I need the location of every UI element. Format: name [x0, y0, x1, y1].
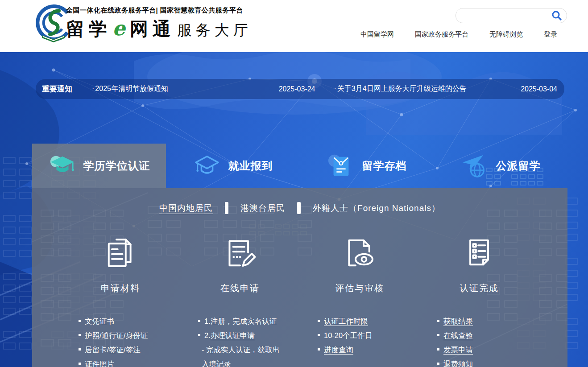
notice-link-qingming[interactable]: ·2025年清明节放假通知 — [92, 84, 168, 94]
search-icon[interactable] — [551, 10, 562, 21]
bullet-square — [437, 334, 439, 336]
tab-study-abroad-archive[interactable]: 留学存档 — [300, 144, 434, 188]
apply-verification-link[interactable]: 办理认证申请 — [211, 331, 255, 339]
subtab-mainland-residents[interactable]: 中国内地居民 — [159, 202, 213, 214]
brand-block: 全国一体化在线政务服务平台| 国家智慧教育公共服务平台 留学e网通服务大厅 — [66, 6, 252, 41]
site-title: 留学e网通服务大厅 — [66, 16, 252, 41]
list-item-prefix: 2. — [204, 331, 211, 339]
documents-icon — [104, 236, 137, 270]
resident-subtab-bar: 中国内地居民 港澳台居民 外籍人士（Foreign Nationals） — [32, 202, 567, 214]
process-steps-row: 申请材料 文凭证书 护照/通行证/身份证 居留卡/签证/签注 证件照片 — [32, 235, 567, 367]
graduation-cap-outline-icon — [193, 153, 221, 179]
nav-link-gov-service-platform[interactable]: 国家政务服务平台 — [415, 30, 468, 39]
step-verification-complete: 认证完成 获取结果 在线查验 发票申请 退费须知 — [419, 235, 539, 367]
bullet-square — [318, 334, 320, 336]
bullet-square — [79, 363, 81, 365]
list-item: 发票申请 — [437, 342, 539, 357]
platform-tagline: 全国一体化在线政务服务平台| 国家智慧教育公共服务平台 — [66, 6, 252, 15]
tab-label: 留学存档 — [362, 159, 407, 173]
list-item: 1.注册，完成实名认证 — [198, 314, 300, 328]
notice-bar: 重要通知 ·2025年清明节放假通知 2025-03-24 ·关于3月4日网上服… — [36, 79, 564, 99]
subtab-separator — [225, 202, 228, 214]
notice-label: 重要通知 — [42, 84, 92, 94]
refund-notice-link[interactable]: 退费须知 — [443, 360, 473, 367]
notice-bullet: · — [334, 85, 336, 92]
bullet-square — [318, 348, 320, 351]
bullet-square — [437, 348, 439, 351]
step-title: 认证完成 — [419, 282, 539, 294]
step-list: 获取结果 在线查验 发票申请 退费须知 — [419, 314, 539, 367]
content-panel: 中国内地居民 港澳台居民 外籍人士（Foreign Nationals） — [32, 188, 567, 367]
list-item-text: 护照/通行证/身份证 — [85, 331, 148, 339]
step-list: 认证工作时限 10-20个工作日 进度查询 — [300, 314, 419, 357]
step-title: 在线申请 — [180, 282, 300, 294]
hero-banner: 重要通知 ·2025年清明节放假通知 2025-03-24 ·关于3月4日网上服… — [0, 52, 588, 367]
notice-date: 2025-03-04 — [521, 85, 557, 93]
bullet-square — [198, 334, 200, 336]
progress-query-link[interactable]: 进度查询 — [324, 346, 353, 354]
tab-degree-verification[interactable]: 学历学位认证 — [32, 144, 166, 188]
subtab-foreign-nationals[interactable]: 外籍人士（Foreign Nationals） — [313, 202, 440, 214]
subtab-separator — [297, 202, 301, 214]
document-review-icon — [343, 236, 377, 270]
subtab-hk-macao-taiwan[interactable]: 港澳台居民 — [240, 202, 285, 214]
bullet-square — [437, 320, 439, 322]
plane-globe-icon — [461, 153, 489, 179]
tab-employment-registration[interactable]: 就业报到 — [166, 144, 300, 188]
step-title: 评估与审核 — [300, 282, 419, 294]
list-item-text: 10-20个工作日 — [324, 331, 372, 339]
list-item: 获取结果 — [437, 314, 539, 328]
list-item: 2.办理认证申请 — [198, 328, 300, 342]
list-item: 认证工作时限 — [318, 314, 419, 328]
notice-group-1: ·2025年清明节放假通知 2025-03-24 — [92, 84, 334, 94]
bullet-square — [318, 320, 320, 322]
step-assessment-review: 评估与审核 认证工作时限 10-20个工作日 进度查询 — [300, 235, 419, 367]
notice-date: 2025-03-24 — [279, 85, 315, 93]
step-icon-wrap — [180, 235, 300, 272]
form-edit-icon — [223, 236, 257, 270]
list-item: 在线查验 — [437, 328, 539, 342]
list-item: 退费须知 — [437, 357, 539, 367]
nav-link-accessibility[interactable]: 无障碍浏览 — [489, 30, 523, 39]
step-icon-wrap — [419, 235, 539, 272]
notice-group-2: ·关于3月4日网上服务大厅升级运维的公告 2025-03-04 — [334, 84, 558, 94]
title-part-wangtong: 网通 — [130, 17, 175, 41]
tab-government-sponsored[interactable]: 公派留学 — [434, 144, 567, 188]
service-tab-bar: 学历学位认证 就业报到 — [32, 144, 567, 188]
invoice-request-link[interactable]: 发票申请 — [443, 346, 473, 354]
header: 全国一体化在线政务服务平台| 国家智慧教育公共服务平台 留学e网通服务大厅 中国… — [0, 0, 588, 52]
step-list: 1.注册，完成实名认证 2.办理认证申请 - 完成实人认证，获取出入境记录 — [180, 314, 300, 367]
nav-link-china-study-abroad[interactable]: 中国留学网 — [360, 30, 394, 39]
notice-text: 关于3月4日网上服务大厅升级运维的公告 — [337, 85, 467, 92]
checklist-icon — [462, 236, 496, 270]
list-item-text: 文凭证书 — [85, 317, 114, 325]
bullet-square — [79, 348, 81, 351]
bullet-square — [198, 320, 200, 322]
step-list: 文凭证书 护照/通行证/身份证 居留卡/签证/签注 证件照片 — [61, 314, 180, 367]
list-item: 护照/通行证/身份证 — [79, 328, 180, 342]
step-icon-wrap — [61, 235, 180, 272]
bullet-square — [437, 363, 439, 365]
processing-time-link[interactable]: 认证工作时限 — [324, 317, 368, 325]
search-input[interactable] — [456, 9, 551, 22]
list-item: 居留卡/签证/签注 — [79, 342, 180, 357]
title-part-e: e — [112, 16, 125, 40]
step-title: 申请材料 — [61, 282, 180, 294]
list-item-text: 居留卡/签证/签注 — [85, 346, 141, 354]
notice-link-maintenance[interactable]: ·关于3月4日网上服务大厅升级运维的公告 — [334, 84, 467, 94]
nav-link-login[interactable]: 登录 — [544, 30, 557, 39]
list-item-continuation: - 完成实人认证，获取出入境记录 — [198, 342, 286, 367]
graduation-cap-filled-icon — [48, 153, 76, 179]
top-nav: 中国留学网 国家政务服务平台 无障碍浏览 登录 — [360, 30, 557, 39]
list-item: 进度查询 — [318, 342, 419, 357]
page: 全国一体化在线政务服务平台| 国家智慧教育公共服务平台 留学e网通服务大厅 中国… — [0, 0, 588, 367]
get-result-link[interactable]: 获取结果 — [443, 317, 473, 325]
online-check-link[interactable]: 在线查验 — [443, 331, 473, 339]
archive-document-icon — [327, 153, 355, 179]
bullet-square — [79, 334, 81, 336]
list-item: 10-20个工作日 — [318, 328, 419, 342]
title-part-liuxue: 留学 — [66, 17, 112, 41]
step-online-application: 在线申请 1.注册，完成实名认证 2.办理认证申请 - 完成实人认证，获取出入境… — [180, 235, 300, 367]
list-item: 证件照片 — [79, 357, 180, 367]
bullet-square — [79, 320, 81, 322]
